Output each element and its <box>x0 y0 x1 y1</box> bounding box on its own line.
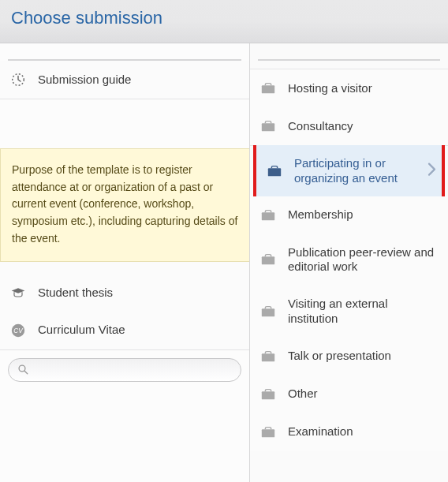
divider <box>258 59 440 61</box>
search-box[interactable] <box>8 358 241 382</box>
menu-item-label: Visiting an external institution <box>288 297 440 327</box>
template-tooltip: Purpose of the template is to register a… <box>0 148 249 262</box>
history-icon <box>9 72 27 88</box>
activity-examination[interactable]: Examination <box>250 413 448 451</box>
thesis-icon <box>9 286 27 299</box>
right-column: Hosting a visitorConsultancyParticipatin… <box>249 43 448 482</box>
briefcase-icon <box>259 387 277 402</box>
menu-item-label: Other <box>288 387 440 402</box>
activity-consultancy[interactable]: Consultancy <box>250 107 448 146</box>
briefcase-icon <box>259 80 277 96</box>
briefcase-icon <box>259 118 277 134</box>
briefcase-icon <box>259 349 277 364</box>
activity-hosting-visitor[interactable]: Hosting a visitor <box>250 69 448 108</box>
activity-talk-presentation[interactable]: Talk or presentation <box>250 338 448 376</box>
menu-item-label: Publication peer-review and editorial wo… <box>288 245 440 275</box>
submission-guide[interactable]: Submission guide <box>0 61 249 99</box>
search-input[interactable] <box>34 364 233 376</box>
activity-other[interactable]: Other <box>250 376 448 414</box>
template-tooltip-text: Purpose of the template is to register a… <box>12 163 237 245</box>
menu-item-label: Membership <box>288 207 440 222</box>
page-title: Choose submission <box>11 8 437 28</box>
activity-visiting-external[interactable]: Visiting an external institution <box>250 286 448 338</box>
briefcase-icon <box>259 252 277 267</box>
menu-item-label: Talk or presentation <box>288 349 440 364</box>
cv-icon: CV <box>9 323 27 338</box>
activity-participating-event[interactable]: Participating in or organizing an event <box>253 145 445 198</box>
chevron-right-icon <box>426 161 437 181</box>
submission-guide-label: Submission guide <box>38 73 241 88</box>
activity-peer-review[interactable]: Publication peer-review and editorial wo… <box>250 234 448 287</box>
sidebar-item-cv[interactable]: CVCurriculum Vitae <box>0 312 249 350</box>
briefcase-icon <box>259 207 277 223</box>
menu-item-label: Hosting a visitor <box>288 81 440 96</box>
search-icon <box>17 364 29 376</box>
briefcase-icon <box>266 163 283 179</box>
menu-item-label: Curriculum Vitae <box>38 323 241 338</box>
search-container <box>0 350 249 382</box>
activity-membership[interactable]: Membership <box>250 196 448 235</box>
menu-item-label: Examination <box>288 424 440 439</box>
menu-item-label: Participating in or organizing an event <box>294 156 434 186</box>
sidebar-item-student-thesis[interactable]: Student thesis <box>0 275 249 312</box>
briefcase-icon <box>259 304 277 319</box>
svg-text:CV: CV <box>13 327 24 334</box>
briefcase-icon <box>259 424 277 440</box>
menu-item-label: Consultancy <box>288 119 440 134</box>
page-header: Choose submission <box>0 0 448 43</box>
menu-item-label: Student thesis <box>38 286 241 301</box>
left-column: Submission guide Purpose of the template… <box>0 43 249 482</box>
